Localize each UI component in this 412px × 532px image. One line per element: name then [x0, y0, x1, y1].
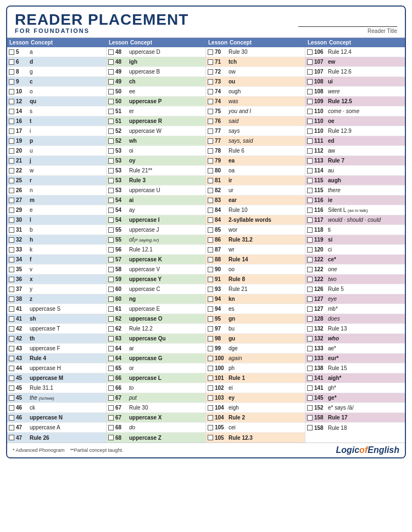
- checkbox[interactable]: [307, 227, 313, 233]
- checkbox[interactable]: [208, 425, 213, 430]
- checkbox[interactable]: [208, 69, 213, 75]
- checkbox[interactable]: [307, 79, 313, 85]
- checkbox[interactable]: [208, 99, 213, 104]
- checkbox[interactable]: [307, 346, 313, 351]
- checkbox[interactable]: [208, 158, 213, 164]
- checkbox[interactable]: [108, 366, 114, 371]
- checkbox[interactable]: [108, 99, 114, 104]
- checkbox[interactable]: [9, 376, 14, 381]
- checkbox[interactable]: [307, 415, 313, 421]
- checkbox[interactable]: [9, 119, 14, 124]
- checkbox[interactable]: [208, 208, 213, 213]
- checkbox[interactable]: [307, 336, 313, 341]
- checkbox[interactable]: [307, 59, 313, 65]
- checkbox[interactable]: [208, 336, 213, 341]
- checkbox[interactable]: [307, 109, 313, 114]
- checkbox[interactable]: [9, 415, 14, 421]
- checkbox[interactable]: [9, 356, 14, 361]
- checkbox[interactable]: [208, 119, 213, 124]
- checkbox[interactable]: [307, 366, 313, 371]
- checkbox[interactable]: [108, 356, 114, 361]
- checkbox[interactable]: [208, 247, 213, 253]
- checkbox[interactable]: [9, 89, 14, 94]
- checkbox[interactable]: [208, 435, 213, 440]
- checkbox[interactable]: [307, 316, 313, 322]
- checkbox[interactable]: [208, 217, 213, 223]
- checkbox[interactable]: [9, 287, 14, 292]
- checkbox[interactable]: [307, 376, 313, 381]
- checkbox[interactable]: [108, 385, 114, 391]
- checkbox[interactable]: [208, 237, 213, 243]
- checkbox[interactable]: [9, 217, 14, 223]
- checkbox[interactable]: [108, 148, 114, 154]
- checkbox[interactable]: [108, 237, 114, 243]
- checkbox[interactable]: [307, 425, 313, 430]
- checkbox[interactable]: [108, 198, 114, 203]
- checkbox[interactable]: [108, 316, 114, 322]
- checkbox[interactable]: [307, 267, 313, 272]
- checkbox[interactable]: [307, 257, 313, 262]
- checkbox[interactable]: [9, 296, 14, 302]
- checkbox[interactable]: [307, 99, 313, 104]
- checkbox[interactable]: [307, 247, 313, 253]
- checkbox[interactable]: [307, 237, 313, 243]
- checkbox[interactable]: [108, 217, 114, 223]
- checkbox[interactable]: [108, 267, 114, 272]
- checkbox[interactable]: [307, 356, 313, 361]
- checkbox[interactable]: [307, 395, 313, 401]
- checkbox[interactable]: [108, 287, 114, 292]
- checkbox[interactable]: [307, 148, 313, 154]
- checkbox[interactable]: [208, 316, 213, 322]
- checkbox[interactable]: [9, 198, 14, 203]
- checkbox[interactable]: [108, 425, 114, 430]
- checkbox[interactable]: [108, 49, 114, 55]
- checkbox[interactable]: [9, 277, 14, 282]
- checkbox[interactable]: [108, 257, 114, 262]
- checkbox[interactable]: [307, 208, 313, 213]
- checkbox[interactable]: [9, 178, 14, 183]
- checkbox[interactable]: [108, 336, 114, 341]
- checkbox[interactable]: [208, 287, 213, 292]
- checkbox[interactable]: [208, 188, 213, 193]
- checkbox[interactable]: [108, 296, 114, 302]
- checkbox[interactable]: [208, 89, 213, 94]
- checkbox[interactable]: [208, 366, 213, 371]
- checkbox[interactable]: [9, 138, 14, 144]
- checkbox[interactable]: [9, 79, 14, 85]
- checkbox[interactable]: [307, 287, 313, 292]
- checkbox[interactable]: [208, 296, 213, 302]
- checkbox[interactable]: [307, 296, 313, 302]
- checkbox[interactable]: [9, 366, 14, 371]
- checkbox[interactable]: [9, 435, 14, 440]
- checkbox[interactable]: [208, 227, 213, 233]
- checkbox[interactable]: [108, 178, 114, 183]
- checkbox[interactable]: [108, 59, 114, 65]
- checkbox[interactable]: [108, 435, 114, 440]
- checkbox[interactable]: [307, 188, 313, 193]
- checkbox[interactable]: [208, 138, 213, 144]
- checkbox[interactable]: [108, 395, 114, 401]
- checkbox[interactable]: [9, 148, 14, 154]
- checkbox[interactable]: [307, 69, 313, 75]
- checkbox[interactable]: [108, 208, 114, 213]
- checkbox[interactable]: [108, 69, 114, 75]
- checkbox[interactable]: [208, 267, 213, 272]
- checkbox[interactable]: [208, 385, 213, 391]
- checkbox[interactable]: [108, 376, 114, 381]
- checkbox[interactable]: [108, 415, 114, 421]
- checkbox[interactable]: [9, 326, 14, 332]
- checkbox[interactable]: [307, 306, 313, 312]
- checkbox[interactable]: [307, 385, 313, 391]
- checkbox[interactable]: [108, 188, 114, 193]
- checkbox[interactable]: [9, 227, 14, 233]
- checkbox[interactable]: [9, 69, 14, 75]
- checkbox[interactable]: [9, 405, 14, 411]
- checkbox[interactable]: [208, 79, 213, 85]
- checkbox[interactable]: [108, 247, 114, 253]
- checkbox[interactable]: [9, 188, 14, 193]
- checkbox[interactable]: [307, 138, 313, 144]
- checkbox[interactable]: [307, 178, 313, 183]
- checkbox[interactable]: [108, 168, 114, 173]
- checkbox[interactable]: [208, 257, 213, 262]
- checkbox[interactable]: [307, 168, 313, 173]
